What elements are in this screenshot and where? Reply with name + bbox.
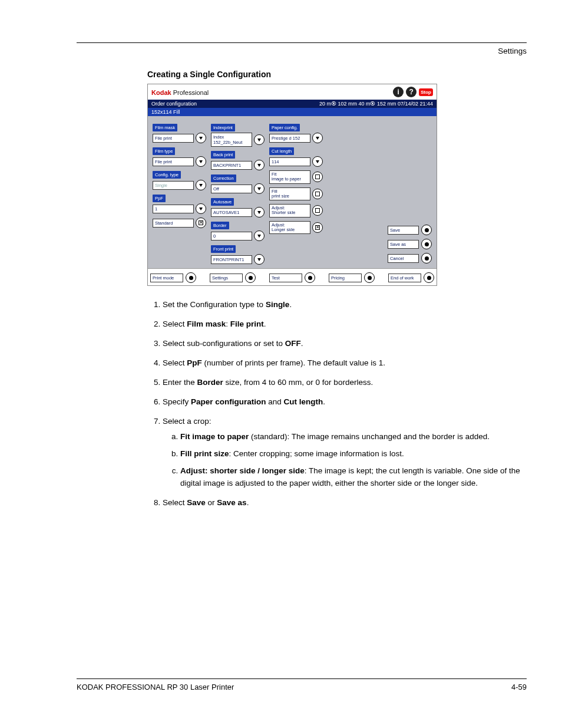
nav-button[interactable]: End of work xyxy=(388,274,421,282)
field-label: Film type xyxy=(153,147,175,155)
field-label: Border xyxy=(211,222,229,229)
control-icon[interactable] xyxy=(196,156,206,167)
app-titlebar: Kodak Professional i ? Stop xyxy=(148,84,437,100)
help-icon[interactable]: ? xyxy=(406,87,416,97)
info-icon[interactable]: i xyxy=(393,87,404,97)
header-rule xyxy=(77,42,527,43)
field-value[interactable]: Index 152_22b_Neut xyxy=(211,133,252,147)
instruction-item: Select sub-configurations or set to OFF. xyxy=(163,338,527,350)
field-value[interactable]: Fillprint size xyxy=(269,187,310,201)
field-value[interactable]: Fitimage to paper xyxy=(269,170,310,184)
instruction-item: Select a crop:Fit image to paper (standa… xyxy=(163,416,527,490)
footer-rule xyxy=(77,678,527,679)
control-icon[interactable] xyxy=(254,254,265,265)
control-icon[interactable] xyxy=(421,239,432,249)
section-title: Creating a Single Configuration xyxy=(147,70,527,79)
control-icon[interactable] xyxy=(421,225,432,235)
instruction-item: Select Save or Save as. xyxy=(163,497,527,509)
field-value[interactable]: Prestige d 152 xyxy=(269,134,310,143)
field-value[interactable]: 114 xyxy=(269,157,310,166)
field-value[interactable]: Single xyxy=(153,181,194,190)
field-value[interactable]: Adjust:Longer side xyxy=(269,221,310,235)
action-button[interactable]: Save xyxy=(388,226,419,235)
nav-button[interactable]: Settings xyxy=(210,274,243,282)
control-icon[interactable] xyxy=(196,133,206,143)
field-value[interactable]: Off xyxy=(211,185,252,193)
screen-title: Order configuration xyxy=(151,101,197,107)
brand-logo: Kodak Professional xyxy=(151,88,209,97)
action-button[interactable]: Save as xyxy=(388,240,419,249)
field-label: Correction xyxy=(211,174,236,182)
field-label: Back print xyxy=(211,151,235,159)
control-icon[interactable] xyxy=(186,272,196,283)
field-value[interactable]: Adjust:Shorter side xyxy=(269,204,310,218)
control-icon[interactable] xyxy=(305,272,315,283)
control-icon[interactable] xyxy=(312,189,323,199)
control-icon[interactable] xyxy=(254,207,265,218)
status-bar: Order configuration 20 m⦿ 102 mm 40 m⦿ 1… xyxy=(148,100,437,108)
footer-product: KODAK PROFESSIONAL RP 30 Laser Printer xyxy=(77,683,234,691)
nav-button[interactable]: Test xyxy=(269,274,302,282)
field-value[interactable]: 0 xyxy=(211,232,252,241)
bottom-nav: Print modeSettingsTestPricingEnd of work xyxy=(148,268,437,285)
field-value[interactable]: Standard xyxy=(153,219,194,228)
control-icon[interactable] xyxy=(421,253,432,263)
control-icon[interactable] xyxy=(254,160,265,170)
instruction-item: Enter the Border size, from 4 to 60 mm, … xyxy=(163,377,527,389)
field-value[interactable]: File print xyxy=(153,157,194,166)
header-label: Settings xyxy=(77,47,527,55)
field-label: Config. type xyxy=(153,171,181,179)
instruction-subitem: Adjust: shorter side / longer side: The … xyxy=(180,465,527,490)
screenshot-panel: Kodak Professional i ? Stop Order config… xyxy=(147,84,437,286)
instruction-subitem: Fit image to paper (standard): The image… xyxy=(180,431,527,443)
instruction-item: Select Film mask: File print. xyxy=(163,318,527,331)
control-icon[interactable] xyxy=(254,183,265,194)
stop-button[interactable]: Stop xyxy=(419,88,433,96)
field-label: Paper config. xyxy=(269,124,300,131)
field-label: Film mask xyxy=(153,124,177,131)
control-icon[interactable] xyxy=(196,203,206,214)
control-icon[interactable] xyxy=(254,230,265,241)
instruction-subitem: Fill print size: Center cropping; some i… xyxy=(180,448,527,460)
control-icon[interactable] xyxy=(424,272,434,283)
field-label: Cut length xyxy=(269,147,294,155)
control-icon[interactable] xyxy=(312,205,323,216)
control-icon[interactable] xyxy=(312,156,323,167)
field-value[interactable]: 1 xyxy=(153,205,194,213)
control-icon[interactable] xyxy=(312,172,323,182)
footer-page: 4-59 xyxy=(511,683,527,691)
nav-button[interactable]: Print mode xyxy=(150,274,183,282)
status-right: 20 m⦿ 102 mm 40 m⦿ 152 mm 07/14/02 21:44 xyxy=(319,101,433,107)
field-label: PpF xyxy=(153,195,166,202)
action-button[interactable]: Cancel xyxy=(388,254,419,263)
nav-button[interactable]: Pricing xyxy=(329,274,362,282)
instruction-item: Specify Paper configuration and Cut leng… xyxy=(163,396,527,409)
field-label: Autosave xyxy=(211,198,234,206)
config-name-bar: 152x114 Fill xyxy=(148,108,437,116)
control-icon[interactable] xyxy=(364,272,375,283)
instruction-list: Set the Configuration type to Single.Sel… xyxy=(147,299,527,509)
control-icon[interactable]: ✕ xyxy=(312,222,323,233)
field-value[interactable]: AUTOSAVE1 xyxy=(211,208,252,217)
field-label: Front print xyxy=(211,245,236,253)
instruction-item: Set the Configuration type to Single. xyxy=(163,299,527,311)
control-icon[interactable] xyxy=(245,272,256,283)
control-icon[interactable] xyxy=(196,180,206,190)
field-label: Indexprint xyxy=(211,124,235,131)
field-value[interactable]: FRONTPRINT1 xyxy=(211,255,252,264)
instruction-item: Select PpF (number of prints per frame).… xyxy=(163,357,527,370)
control-icon[interactable] xyxy=(254,134,265,145)
control-icon[interactable] xyxy=(312,133,323,143)
field-value[interactable]: File print xyxy=(153,134,194,143)
control-icon[interactable]: ✕ xyxy=(196,218,206,228)
field-value[interactable]: BACKPRINT1 xyxy=(211,161,252,170)
